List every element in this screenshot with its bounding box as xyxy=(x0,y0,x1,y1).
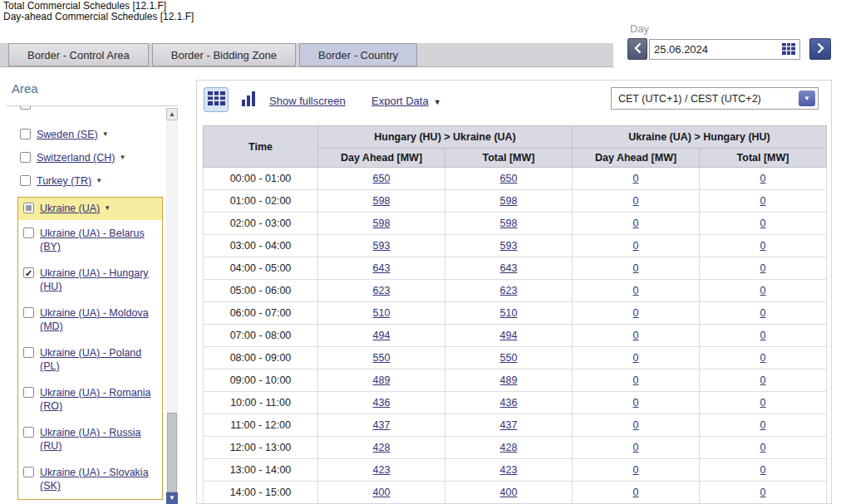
value-link[interactable]: 423 xyxy=(500,464,518,476)
checkbox[interactable] xyxy=(23,387,34,398)
value-link[interactable]: 494 xyxy=(373,330,391,341)
value-link[interactable]: 428 xyxy=(500,442,518,453)
area-list-item[interactable]: ▼ xyxy=(7,106,166,116)
chart-view-button[interactable] xyxy=(236,87,261,112)
value-link[interactable]: 0 xyxy=(760,464,766,476)
value-link[interactable]: 623 xyxy=(500,285,518,296)
value-link[interactable]: 0 xyxy=(633,397,639,409)
show-fullscreen-link[interactable]: Show fullscreen xyxy=(269,95,346,107)
area-item-link[interactable]: Ukraine (UA) - Moldova (MD) xyxy=(40,306,155,333)
value-link[interactable]: 0 xyxy=(633,195,639,207)
export-data-link[interactable]: Export Data▼ xyxy=(371,95,441,107)
table-view-button[interactable] xyxy=(204,87,229,112)
value-link[interactable]: 0 xyxy=(760,442,766,453)
value-link[interactable]: 0 xyxy=(760,262,766,274)
checkbox[interactable] xyxy=(23,228,34,238)
chevron-down-icon[interactable]: ▼ xyxy=(89,106,96,110)
area-list-item-ukraine[interactable]: Ukraine (UA) ▼ xyxy=(18,198,162,220)
area-list-item[interactable]: Ukraine (UA) - Russia (RU) xyxy=(18,419,162,459)
tab-border-bidding-zone[interactable]: Border - Bidding Zone xyxy=(152,43,296,66)
chevron-down-icon[interactable]: ▼ xyxy=(96,175,102,187)
value-link[interactable]: 0 xyxy=(760,285,766,296)
value-link[interactable]: 0 xyxy=(633,307,639,319)
checkbox[interactable] xyxy=(23,307,34,318)
area-list-item[interactable]: Ukraine (UA) - Romania (RO) xyxy=(18,379,162,419)
value-link[interactable]: 489 xyxy=(500,374,518,386)
timezone-select[interactable]: CET (UTC+1) / CEST (UTC+2) ▼ xyxy=(611,87,819,110)
area-item-link[interactable]: Switzerland (CH) xyxy=(37,152,115,164)
value-link[interactable]: 598 xyxy=(500,218,518,229)
sidebar-scrollbar[interactable]: ▲ ▼ xyxy=(166,108,178,504)
value-link[interactable]: 436 xyxy=(373,397,391,409)
area-list-item[interactable]: Ukraine (UA) - Moldova (MD) xyxy=(18,300,162,340)
checkbox[interactable] xyxy=(20,175,31,186)
value-link[interactable]: 0 xyxy=(633,419,639,431)
area-item-link[interactable]: Ukraine (UA) - Romania (RO) xyxy=(40,386,155,413)
value-link[interactable]: 400 xyxy=(373,487,391,498)
scrollbar-thumb[interactable] xyxy=(167,413,177,492)
checkbox[interactable] xyxy=(20,152,31,163)
value-link[interactable]: 494 xyxy=(500,330,518,341)
value-link[interactable]: 0 xyxy=(760,173,766,184)
value-link[interactable]: 436 xyxy=(500,397,518,409)
area-item-link[interactable]: Turkey (TR) xyxy=(37,175,91,187)
tab-border-country[interactable]: Border - Country xyxy=(299,43,417,66)
previous-day-button[interactable] xyxy=(627,38,647,60)
checkbox[interactable]: ✓ xyxy=(23,267,34,278)
value-link[interactable]: 598 xyxy=(500,195,518,207)
area-item-link[interactable]: Ukraine (UA) - Belarus (BY) xyxy=(40,227,155,253)
value-link[interactable]: 0 xyxy=(760,419,766,431)
value-link[interactable]: 650 xyxy=(373,173,391,184)
chevron-down-icon[interactable]: ▼ xyxy=(119,152,125,164)
area-list-item[interactable]: Switzerland (CH)▼ xyxy=(7,146,166,169)
area-list-item[interactable]: ✓Ukraine (UA) - Hungary (HU) xyxy=(18,260,162,300)
chevron-down-icon[interactable]: ▼ xyxy=(102,129,109,140)
value-link[interactable]: 650 xyxy=(500,173,518,184)
tab-border-control-area[interactable]: Border - Control Area xyxy=(8,43,149,66)
value-link[interactable]: 0 xyxy=(760,307,766,319)
area-list-item[interactable]: Ukraine (UA) - Slovakia (SK) xyxy=(18,459,162,499)
value-link[interactable]: 550 xyxy=(373,352,391,364)
value-link[interactable]: 643 xyxy=(373,262,391,274)
checkbox-indeterminate[interactable] xyxy=(23,203,34,213)
checkbox[interactable] xyxy=(23,347,34,358)
area-list-item[interactable]: Turkey (TR)▼ xyxy=(7,169,166,193)
value-link[interactable]: 0 xyxy=(760,397,766,409)
value-link[interactable]: 0 xyxy=(760,487,766,498)
scrollbar-down-arrow[interactable]: ▼ xyxy=(166,492,178,504)
value-link[interactable]: 0 xyxy=(633,240,639,252)
value-link[interactable]: 0 xyxy=(760,330,766,341)
checkbox[interactable] xyxy=(23,427,34,438)
value-link[interactable]: 0 xyxy=(633,262,639,274)
area-item-link[interactable]: Ukraine (UA) - Slovakia (SK) xyxy=(40,466,155,492)
area-item-link[interactable]: Sweden (SE) xyxy=(37,129,98,140)
area-list-item[interactable]: Ukraine (UA) - Poland (PL) xyxy=(18,340,162,379)
value-link[interactable]: 510 xyxy=(373,307,391,319)
value-link[interactable]: 510 xyxy=(500,307,518,319)
value-link[interactable]: 598 xyxy=(373,195,391,207)
scrollbar-up-arrow[interactable]: ▲ xyxy=(166,108,178,120)
value-link[interactable]: 0 xyxy=(633,374,639,386)
value-link[interactable]: 0 xyxy=(633,464,639,476)
value-link[interactable]: 0 xyxy=(633,218,639,229)
area-item-link[interactable]: Ukraine (UA) xyxy=(40,203,100,214)
value-link[interactable]: 0 xyxy=(633,285,639,296)
value-link[interactable]: 643 xyxy=(500,262,518,274)
checkbox[interactable] xyxy=(20,106,31,110)
date-input[interactable]: 25.06.2024 xyxy=(649,39,800,60)
value-link[interactable]: 550 xyxy=(500,352,518,364)
value-link[interactable]: 0 xyxy=(760,218,766,229)
value-link[interactable]: 0 xyxy=(760,240,766,252)
value-link[interactable]: 489 xyxy=(373,374,391,386)
value-link[interactable]: 428 xyxy=(373,442,391,453)
area-item-link[interactable]: Ukraine (UA) - Russia (RU) xyxy=(40,426,155,453)
checkbox[interactable] xyxy=(20,129,31,139)
value-link[interactable]: 623 xyxy=(373,285,391,296)
value-link[interactable]: 0 xyxy=(760,352,766,364)
value-link[interactable]: 0 xyxy=(633,173,639,184)
value-link[interactable]: 400 xyxy=(500,487,518,498)
value-link[interactable]: 0 xyxy=(760,374,766,386)
value-link[interactable]: 423 xyxy=(373,464,391,476)
value-link[interactable]: 437 xyxy=(373,419,391,431)
chevron-down-icon[interactable]: ▼ xyxy=(104,203,111,214)
